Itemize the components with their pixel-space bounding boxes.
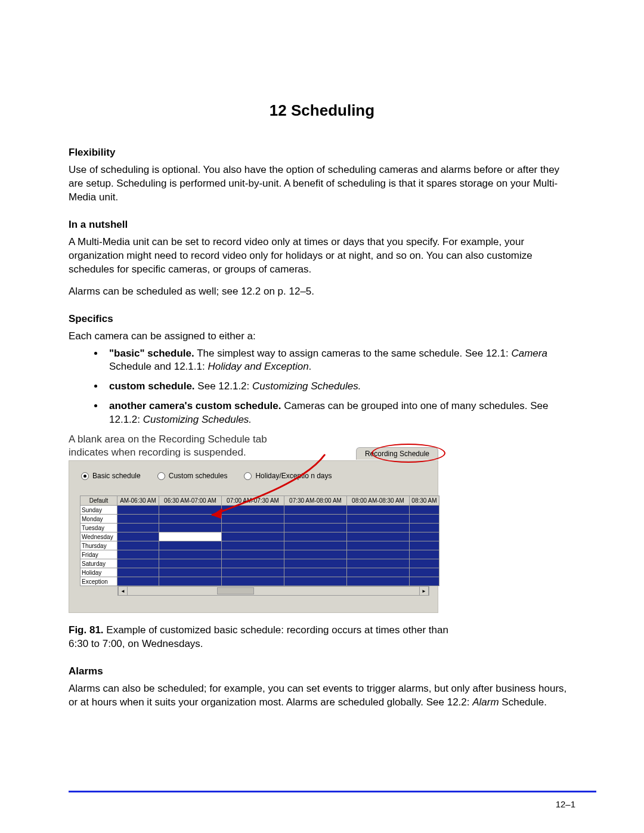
schedule-cell[interactable] [222,541,284,550]
schedule-cell[interactable] [159,506,222,515]
schedule-cell[interactable] [284,532,347,541]
schedule-cell[interactable] [410,559,439,568]
schedule-panel: Basic schedule Custom schedules Holiday/… [69,460,438,613]
schedule-cell[interactable] [347,515,410,524]
schedule-cell[interactable] [117,577,159,586]
bullet-lead: custom schedule. [109,380,195,392]
schedule-cell[interactable] [347,568,410,577]
bullet-em: Holiday and Exception [208,361,308,372]
col-time[interactable]: 06:30 AM-07:00 AM [159,496,222,506]
bullet-text: . [309,361,312,372]
caption-text: Example of customized basic schedule: re… [69,624,448,649]
table-row: Exception [80,577,439,586]
bullet-custom: custom schedule. See 12.1.2: Customizing… [104,380,575,394]
caption-lead: Fig. 81. [69,624,106,636]
horizontal-scrollbar[interactable]: ◄ ► [117,586,429,596]
schedule-cell[interactable] [284,559,347,568]
schedule-cell[interactable] [284,577,347,586]
col-time[interactable]: 08:00 AM-08:30 AM [347,496,410,506]
schedule-cell[interactable] [159,541,222,550]
col-time[interactable]: 07:30 AM-08:00 AM [284,496,347,506]
schedule-cell[interactable] [284,550,347,559]
table-row: Sunday [80,506,439,515]
schedule-cell[interactable] [222,577,284,586]
schedule-cell[interactable] [117,532,159,541]
radio-label: Basic schedule [92,472,141,480]
schedule-cell[interactable] [117,541,159,550]
schedule-cell[interactable] [347,532,410,541]
schedule-cell[interactable] [117,524,159,532]
table-header-row: Default AM-06:30 AM 06:30 AM-07:00 AM 07… [80,496,439,506]
schedule-cell[interactable] [159,524,222,532]
col-time[interactable]: 08:30 AM [410,496,439,506]
schedule-cell[interactable] [222,524,284,532]
col-day[interactable]: Default [80,496,117,506]
bullet-text: Schedule and 12.1.1: [109,361,208,372]
scroll-thumb[interactable] [217,587,254,594]
table-row: Tuesday [80,524,439,532]
row-label: Exception [80,577,117,586]
scroll-right-icon[interactable]: ► [419,587,429,595]
row-label: Monday [80,515,117,524]
schedule-cell[interactable] [410,524,439,532]
col-time[interactable]: 07:00 AM-07:30 AM [222,496,284,506]
bullet-em: Camera [511,348,547,359]
schedule-cell[interactable] [159,515,222,524]
schedule-cell[interactable] [117,506,159,515]
schedule-cell[interactable] [347,541,410,550]
table-row: Thursday [80,541,439,550]
schedule-cell[interactable] [117,550,159,559]
schedule-cell[interactable] [222,515,284,524]
schedule-cell[interactable] [222,506,284,515]
table-row: Monday [80,515,439,524]
schedule-cell[interactable] [159,559,222,568]
schedule-cell[interactable] [284,524,347,532]
schedule-cell[interactable] [347,559,410,568]
schedule-cell[interactable] [284,506,347,515]
schedule-cell[interactable] [117,568,159,577]
schedule-cell[interactable] [159,568,222,577]
tab-recording-schedule[interactable]: Recording Schedule [356,447,438,460]
schedule-cell[interactable] [347,506,410,515]
schedule-cell[interactable] [410,515,439,524]
schedule-cell[interactable] [410,550,439,559]
schedule-cell[interactable] [410,506,439,515]
schedule-cell[interactable] [222,532,284,541]
footer-rule [69,791,596,792]
schedule-cell[interactable] [222,550,284,559]
row-label: Friday [80,550,117,559]
radio-custom-schedules[interactable]: Custom schedules [157,472,228,480]
schedule-cell[interactable] [159,532,222,541]
schedule-cell[interactable] [159,577,222,586]
bullet-text: The simplest way to assign cameras to th… [194,348,512,359]
bullet-text: See 12.1.2: [195,380,252,392]
schedule-cell[interactable] [117,515,159,524]
table-row: Wednesday [80,532,439,541]
schedule-cell[interactable] [284,515,347,524]
radio-basic-schedule[interactable]: Basic schedule [81,472,141,480]
schedule-cell[interactable] [410,568,439,577]
schedule-cell[interactable] [117,559,159,568]
bullet-another: another camera's custom schedule. Camera… [104,400,575,427]
schedule-cell[interactable] [410,532,439,541]
schedule-mode-radios: Basic schedule Custom schedules Holiday/… [80,472,427,480]
schedule-cell[interactable] [222,559,284,568]
schedule-cell[interactable] [410,577,439,586]
schedule-cell[interactable] [284,568,347,577]
bullet-lead: another camera's custom schedule. [109,400,281,411]
para-flexibility: Use of scheduling is optional. You also … [69,163,575,205]
schedule-cell[interactable] [347,524,410,532]
schedule-cell[interactable] [159,550,222,559]
schedule-cell[interactable] [347,550,410,559]
schedule-cell[interactable] [347,577,410,586]
radio-holiday-exception[interactable]: Holiday/Exceptio n days [244,472,332,480]
scroll-track[interactable] [128,587,419,595]
schedule-cell[interactable] [410,541,439,550]
schedule-cell[interactable] [284,541,347,550]
col-time[interactable]: AM-06:30 AM [117,496,159,506]
table-row: Saturday [80,559,439,568]
para-nutshell-2: Alarms can be scheduled as well; see 12.… [69,285,575,299]
schedule-cell[interactable] [222,568,284,577]
para-alarms: Alarms can also be scheduled; for exampl… [69,682,575,710]
scroll-left-icon[interactable]: ◄ [118,587,128,595]
